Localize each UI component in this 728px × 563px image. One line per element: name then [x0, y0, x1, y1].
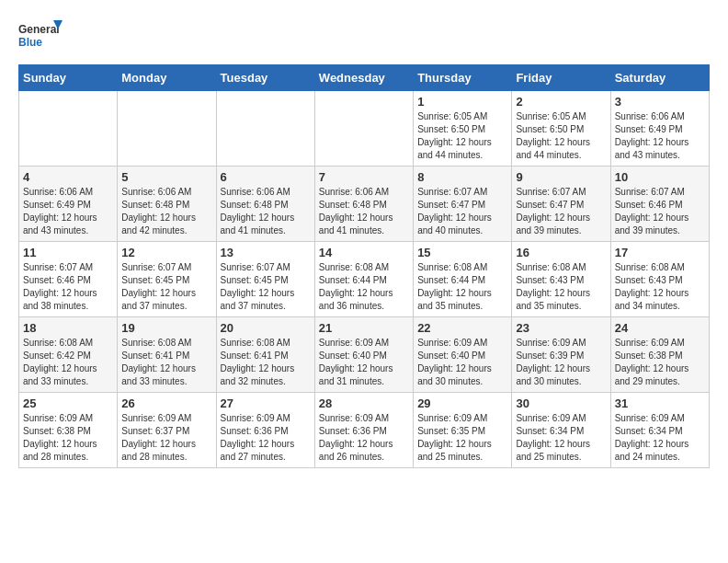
day-number: 5 [121, 170, 211, 184]
day-info: Sunrise: 6:07 AMSunset: 6:47 PMDaylight:… [417, 186, 507, 237]
calendar-cell: 18Sunrise: 6:08 AMSunset: 6:42 PMDayligh… [19, 317, 118, 393]
calendar-cell: 7Sunrise: 6:06 AMSunset: 6:48 PMDaylight… [314, 167, 413, 242]
calendar-cell: 20Sunrise: 6:08 AMSunset: 6:41 PMDayligh… [216, 317, 314, 393]
calendar-week-3: 11Sunrise: 6:07 AMSunset: 6:46 PMDayligh… [19, 242, 710, 317]
day-number: 24 [615, 321, 705, 335]
calendar-week-4: 18Sunrise: 6:08 AMSunset: 6:42 PMDayligh… [19, 317, 710, 393]
calendar-cell [216, 91, 314, 167]
calendar-cell: 15Sunrise: 6:08 AMSunset: 6:44 PMDayligh… [414, 242, 512, 317]
day-number: 20 [221, 321, 311, 335]
day-number: 8 [417, 170, 507, 184]
day-info: Sunrise: 6:06 AMSunset: 6:48 PMDaylight:… [221, 186, 311, 237]
day-info: Sunrise: 6:07 AMSunset: 6:46 PMDaylight:… [615, 186, 705, 237]
calendar-cell: 5Sunrise: 6:06 AMSunset: 6:48 PMDaylight… [118, 167, 216, 242]
day-info: Sunrise: 6:05 AMSunset: 6:50 PMDaylight:… [516, 110, 606, 162]
day-info: Sunrise: 6:08 AMSunset: 6:42 PMDaylight:… [23, 337, 113, 388]
calendar-cell: 1Sunrise: 6:05 AMSunset: 6:50 PMDaylight… [414, 91, 512, 167]
day-header-friday: Friday [512, 65, 610, 91]
day-number: 1 [417, 95, 507, 109]
day-number: 3 [615, 95, 705, 109]
calendar-cell: 9Sunrise: 6:07 AMSunset: 6:47 PMDaylight… [512, 167, 610, 242]
day-info: Sunrise: 6:07 AMSunset: 6:46 PMDaylight:… [23, 261, 113, 313]
day-info: Sunrise: 6:07 AMSunset: 6:45 PMDaylight:… [221, 261, 311, 313]
calendar-header-row: SundayMondayTuesdayWednesdayThursdayFrid… [19, 65, 710, 91]
calendar-cell: 30Sunrise: 6:09 AMSunset: 6:34 PMDayligh… [512, 393, 610, 468]
calendar-cell: 17Sunrise: 6:08 AMSunset: 6:43 PMDayligh… [610, 242, 709, 317]
day-info: Sunrise: 6:06 AMSunset: 6:48 PMDaylight:… [319, 186, 409, 237]
calendar-cell: 25Sunrise: 6:09 AMSunset: 6:38 PMDayligh… [19, 393, 118, 468]
day-info: Sunrise: 6:08 AMSunset: 6:43 PMDaylight:… [615, 261, 705, 313]
logo-icon: GeneralBlue [18, 18, 64, 55]
day-number: 27 [221, 396, 311, 410]
day-number: 13 [221, 246, 311, 259]
day-info: Sunrise: 6:09 AMSunset: 6:36 PMDaylight:… [221, 412, 311, 464]
day-number: 14 [319, 246, 409, 259]
day-info: Sunrise: 6:09 AMSunset: 6:40 PMDaylight:… [319, 337, 409, 388]
calendar-week-5: 25Sunrise: 6:09 AMSunset: 6:38 PMDayligh… [19, 393, 710, 468]
calendar-cell: 12Sunrise: 6:07 AMSunset: 6:45 PMDayligh… [118, 242, 216, 317]
calendar-cell: 29Sunrise: 6:09 AMSunset: 6:35 PMDayligh… [414, 393, 512, 468]
calendar-cell: 19Sunrise: 6:08 AMSunset: 6:41 PMDayligh… [118, 317, 216, 393]
day-number: 18 [23, 321, 113, 335]
calendar-cell: 22Sunrise: 6:09 AMSunset: 6:40 PMDayligh… [414, 317, 512, 393]
calendar-cell: 24Sunrise: 6:09 AMSunset: 6:38 PMDayligh… [610, 317, 709, 393]
calendar-cell: 31Sunrise: 6:09 AMSunset: 6:34 PMDayligh… [610, 393, 709, 468]
svg-text:General: General [18, 23, 60, 36]
day-info: Sunrise: 6:09 AMSunset: 6:35 PMDaylight:… [417, 412, 507, 464]
day-info: Sunrise: 6:09 AMSunset: 6:39 PMDaylight:… [516, 337, 606, 388]
day-info: Sunrise: 6:08 AMSunset: 6:43 PMDaylight:… [516, 261, 606, 313]
day-number: 25 [23, 396, 113, 410]
day-header-monday: Monday [118, 65, 216, 91]
day-info: Sunrise: 6:08 AMSunset: 6:41 PMDaylight:… [121, 337, 211, 388]
day-info: Sunrise: 6:09 AMSunset: 6:38 PMDaylight:… [23, 412, 113, 464]
day-number: 17 [615, 246, 705, 259]
calendar-cell: 14Sunrise: 6:08 AMSunset: 6:44 PMDayligh… [314, 242, 413, 317]
calendar-cell: 21Sunrise: 6:09 AMSunset: 6:40 PMDayligh… [314, 317, 413, 393]
day-header-sunday: Sunday [19, 65, 118, 91]
day-number: 26 [121, 396, 211, 410]
day-header-saturday: Saturday [610, 65, 709, 91]
day-number: 23 [516, 321, 606, 335]
day-info: Sunrise: 6:06 AMSunset: 6:48 PMDaylight:… [121, 186, 211, 237]
day-info: Sunrise: 6:09 AMSunset: 6:34 PMDaylight:… [615, 412, 705, 464]
day-number: 12 [121, 246, 211, 259]
calendar-cell: 2Sunrise: 6:05 AMSunset: 6:50 PMDaylight… [512, 91, 610, 167]
calendar-week-2: 4Sunrise: 6:06 AMSunset: 6:49 PMDaylight… [19, 167, 710, 242]
day-number: 28 [319, 396, 409, 410]
day-number: 6 [221, 170, 311, 184]
day-info: Sunrise: 6:06 AMSunset: 6:49 PMDaylight:… [23, 186, 113, 237]
calendar-cell: 27Sunrise: 6:09 AMSunset: 6:36 PMDayligh… [216, 393, 314, 468]
calendar-cell: 11Sunrise: 6:07 AMSunset: 6:46 PMDayligh… [19, 242, 118, 317]
day-number: 16 [516, 246, 606, 259]
day-info: Sunrise: 6:08 AMSunset: 6:44 PMDaylight:… [417, 261, 507, 313]
calendar-cell: 16Sunrise: 6:08 AMSunset: 6:43 PMDayligh… [512, 242, 610, 317]
calendar-week-1: 1Sunrise: 6:05 AMSunset: 6:50 PMDaylight… [19, 91, 710, 167]
day-number: 22 [417, 321, 507, 335]
calendar-cell: 10Sunrise: 6:07 AMSunset: 6:46 PMDayligh… [610, 167, 709, 242]
day-number: 4 [23, 170, 113, 184]
day-number: 10 [615, 170, 705, 184]
day-info: Sunrise: 6:05 AMSunset: 6:50 PMDaylight:… [417, 110, 507, 162]
calendar-cell [19, 91, 118, 167]
day-info: Sunrise: 6:09 AMSunset: 6:40 PMDaylight:… [417, 337, 507, 388]
calendar-cell: 6Sunrise: 6:06 AMSunset: 6:48 PMDaylight… [216, 167, 314, 242]
day-number: 19 [121, 321, 211, 335]
day-number: 2 [516, 95, 606, 109]
day-info: Sunrise: 6:09 AMSunset: 6:34 PMDaylight:… [516, 412, 606, 464]
calendar-table: SundayMondayTuesdayWednesdayThursdayFrid… [18, 64, 710, 468]
calendar-cell: 26Sunrise: 6:09 AMSunset: 6:37 PMDayligh… [118, 393, 216, 468]
day-info: Sunrise: 6:09 AMSunset: 6:37 PMDaylight:… [121, 412, 211, 464]
day-header-wednesday: Wednesday [314, 65, 413, 91]
day-info: Sunrise: 6:09 AMSunset: 6:38 PMDaylight:… [615, 337, 705, 388]
day-info: Sunrise: 6:07 AMSunset: 6:45 PMDaylight:… [121, 261, 211, 313]
day-number: 9 [516, 170, 606, 184]
calendar-cell: 28Sunrise: 6:09 AMSunset: 6:36 PMDayligh… [314, 393, 413, 468]
day-info: Sunrise: 6:06 AMSunset: 6:49 PMDaylight:… [615, 110, 705, 162]
day-number: 31 [615, 396, 705, 410]
day-header-thursday: Thursday [414, 65, 512, 91]
day-number: 15 [417, 246, 507, 259]
calendar-cell: 3Sunrise: 6:06 AMSunset: 6:49 PMDaylight… [610, 91, 709, 167]
day-number: 29 [417, 396, 507, 410]
calendar-cell: 23Sunrise: 6:09 AMSunset: 6:39 PMDayligh… [512, 317, 610, 393]
calendar-cell: 8Sunrise: 6:07 AMSunset: 6:47 PMDaylight… [414, 167, 512, 242]
